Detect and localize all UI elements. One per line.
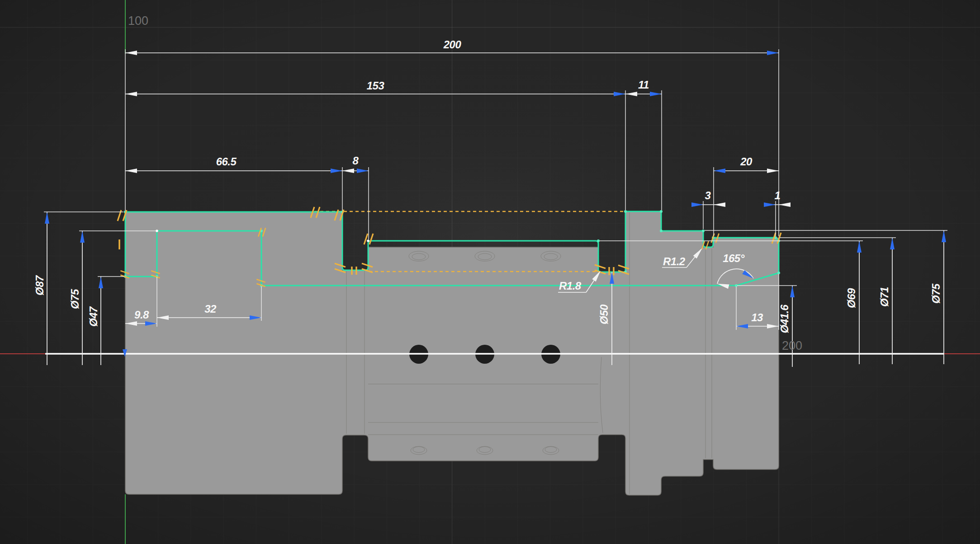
dimension-9-8-value[interactable]: 9.8: [134, 309, 149, 321]
dimension-dia50-value[interactable]: Ø50: [598, 304, 610, 324]
sketch-viewport[interactable]: 200 153 11 66.5 8: [0, 0, 980, 544]
dimension-dia47-value[interactable]: Ø47: [87, 306, 99, 327]
grid-label-x200: 200: [782, 339, 802, 352]
dimension-20-value[interactable]: 20: [740, 155, 753, 168]
dimension-dia71-value[interactable]: Ø71: [878, 287, 890, 307]
dimension-165deg-value[interactable]: 165°: [723, 252, 745, 264]
dimension-dia75-left-value[interactable]: Ø75: [69, 289, 81, 309]
dimension-8-value[interactable]: 8: [353, 155, 359, 167]
grid-label-y100: 100: [128, 14, 148, 28]
dimension-153-value[interactable]: 153: [367, 80, 385, 92]
dimension-r1-2-value[interactable]: R1.2: [663, 255, 686, 267]
dimension-r1-8-value[interactable]: R1.8: [559, 280, 582, 292]
dimension-11-value[interactable]: 11: [638, 79, 649, 91]
dimension-dia41-6-value[interactable]: Ø41.6: [778, 304, 791, 333]
dimension-dia69-value[interactable]: Ø69: [845, 288, 857, 308]
dimension-dia87-value[interactable]: Ø87: [33, 275, 46, 295]
dimension-32-value[interactable]: 32: [204, 303, 217, 315]
dimension-3-value[interactable]: 3: [705, 189, 711, 202]
dimension-dia75-right-value[interactable]: Ø75: [930, 283, 942, 304]
dimension-1-value[interactable]: 1: [775, 189, 781, 202]
dimension-66-5-value[interactable]: 66.5: [216, 155, 237, 168]
dimension-200-value[interactable]: 200: [443, 38, 462, 51]
dimension-13-value[interactable]: 13: [751, 311, 763, 324]
sketch-canvas[interactable]: 200 153 11 66.5 8: [0, 0, 980, 544]
